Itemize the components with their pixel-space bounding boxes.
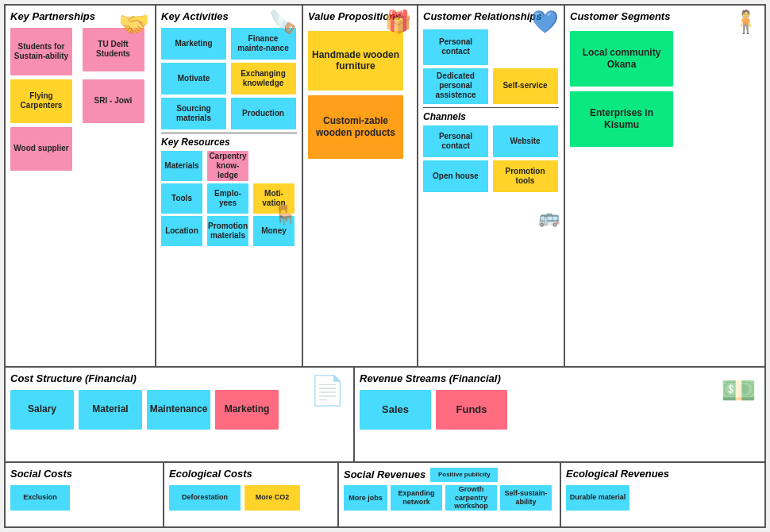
note-students-sustainability[interactable]: Students for Sustain-ability	[10, 28, 72, 75]
social-costs-section: Social Costs Exclusion	[6, 463, 164, 526]
note-marketing-cost[interactable]: Marketing	[215, 390, 279, 430]
revenue-icon: 💵	[721, 374, 757, 407]
note-exchanging[interactable]: Exchanging knowledge	[231, 63, 296, 94]
activities-notes: Marketing Finance mainte-nance Motivate …	[161, 28, 297, 129]
partnerships-section: Key Partnerships 🤝 Students for Sustain-…	[6, 6, 156, 366]
note-maintenance[interactable]: Maintenance	[147, 390, 210, 430]
resources-title: Key Resources	[161, 137, 297, 148]
cost-title: Cost Structure (Financial)	[10, 372, 348, 385]
revenue-section: Revenue Streams (Financial) 💵 Sales Fund…	[355, 368, 764, 461]
channels-icon: 🚌	[538, 207, 560, 228]
note-deforestation[interactable]: Deforestation	[169, 485, 241, 511]
social-rev-section: Social Revenues Positive publicity More …	[339, 463, 561, 526]
note-sri-jowi[interactable]: SRI - Jowi	[83, 79, 144, 123]
eco-rev-section: Ecological Revenues Durable material	[561, 463, 764, 526]
note-location[interactable]: Location	[161, 216, 202, 246]
social-eco-row: Social Costs Exclusion Ecological Costs …	[6, 463, 764, 526]
note-tools[interactable]: Tools	[161, 183, 202, 214]
note-funds[interactable]: Funds	[436, 390, 507, 430]
eco-rev-title: Ecological Revenues	[566, 468, 760, 480]
note-carpentry-knowledge[interactable]: Carpentry know-ledge	[207, 151, 248, 181]
note-customizable[interactable]: Customi-zable wooden products	[308, 95, 403, 159]
rel-notes: Personal contact Dedicated personal assi…	[423, 29, 559, 104]
note-marketing[interactable]: Marketing	[161, 28, 226, 60]
activities-section: Key Activities 🪚 Marketing Finance maint…	[156, 6, 303, 366]
social-rev-title: Social Revenues	[344, 468, 425, 481]
activities-icon: 🪚	[269, 9, 297, 35]
note-promotion-tools[interactable]: Promotion tools	[493, 160, 558, 192]
note-personal-contact-rel[interactable]: Personal contact	[423, 29, 488, 65]
eco-costs-notes: Deforestation More CO2	[169, 485, 333, 511]
note-sourcing[interactable]: Sourcing materials	[161, 98, 226, 129]
note-sales[interactable]: Sales	[360, 390, 431, 430]
note-salary[interactable]: Salary	[10, 390, 74, 430]
value-notes: Handmade wooden furniture Customi-zable …	[308, 31, 412, 159]
note-open-house[interactable]: Open house	[423, 160, 488, 192]
eco-rev-notes: Durable material	[566, 485, 760, 511]
note-exclusion[interactable]: Exclusion	[10, 485, 70, 511]
cost-section: Cost Structure (Financial) 📄 Salary Mate…	[6, 368, 355, 461]
value-section: Value Propositions 🎁 Handmade wooden fur…	[303, 6, 418, 366]
note-wood-supplier[interactable]: Wood supplier	[10, 127, 72, 171]
resources-notes: Materials Carpentry know-ledge Tools Emp…	[161, 151, 297, 246]
partnerships-notes: Students for Sustain-ability TU Delft St…	[10, 28, 150, 171]
note-production[interactable]: Production	[231, 98, 296, 129]
note-self-sustainability[interactable]: Self-sustain-ability	[500, 485, 552, 511]
resources-icon: 🪑	[273, 204, 297, 226]
social-costs-title: Social Costs	[10, 468, 158, 480]
note-dedicated-personal[interactable]: Dedicated personal assistence	[423, 68, 488, 104]
partnerships-icon: 🤝	[118, 9, 150, 39]
revenue-title: Revenue Streams (Financial)	[360, 372, 760, 385]
value-icon: 🎁	[384, 9, 412, 35]
note-website[interactable]: Website	[493, 125, 558, 157]
note-promo-materials[interactable]: Promotion materials	[207, 216, 248, 246]
note-flying-carpenters[interactable]: Flying Carpenters	[10, 79, 72, 123]
cust-rel-icon: 💙	[531, 9, 559, 35]
social-rev-notes: More jobs Expanding network Growth carpe…	[344, 485, 555, 511]
rev-notes: Sales Funds	[360, 390, 760, 430]
note-expanding-network[interactable]: Expanding network	[391, 485, 442, 511]
note-employees[interactable]: Emplo-yees	[207, 183, 248, 214]
seg-notes: Local community Okana Enterprises in Kis…	[570, 31, 760, 147]
note-more-jobs[interactable]: More jobs	[344, 485, 387, 511]
canvas: Key Partnerships 🤝 Students for Sustain-…	[4, 4, 766, 528]
note-personal-contact-ch[interactable]: Personal contact	[423, 125, 488, 157]
note-more-co2[interactable]: More CO2	[244, 485, 300, 511]
social-costs-notes: Exclusion	[10, 485, 158, 511]
note-growth-workshop[interactable]: Growth carpentry workshop	[445, 485, 497, 511]
eco-costs-section: Ecological Costs Deforestation More CO2	[164, 463, 339, 526]
note-handmade[interactable]: Handmade wooden furniture	[308, 31, 403, 91]
note-material[interactable]: Material	[79, 390, 142, 430]
note-durable-material[interactable]: Durable material	[566, 485, 629, 511]
channels-title: Channels	[423, 111, 559, 122]
eco-costs-title: Ecological Costs	[169, 468, 333, 480]
cost-icon: 📄	[310, 374, 345, 407]
note-self-service[interactable]: Self-service	[493, 68, 558, 104]
badge-positive-publicity: Positive publicity	[430, 468, 498, 482]
note-materials[interactable]: Materials	[161, 151, 202, 181]
cust-seg-section: Customer Segments 🧍 Local community Okan…	[565, 6, 764, 366]
cust-rel-section: Customer Relationships 💙 Personal contac…	[418, 6, 565, 366]
note-motivate[interactable]: Motivate	[161, 63, 226, 94]
note-local-community[interactable]: Local community Okana	[570, 31, 673, 87]
social-rev-header: Social Revenues Positive publicity	[344, 468, 555, 482]
main-area: Key Partnerships 🤝 Students for Sustain-…	[6, 6, 764, 368]
cost-notes: Salary Material Maintenance Marketing	[10, 390, 348, 430]
cust-seg-icon: 🧍	[732, 9, 760, 35]
note-enterprises[interactable]: Enterprises in Kisumu	[570, 91, 673, 147]
cost-revenue-row: Cost Structure (Financial) 📄 Salary Mate…	[6, 368, 764, 463]
ch-notes: Personal contact Website Open house Prom…	[423, 125, 559, 192]
